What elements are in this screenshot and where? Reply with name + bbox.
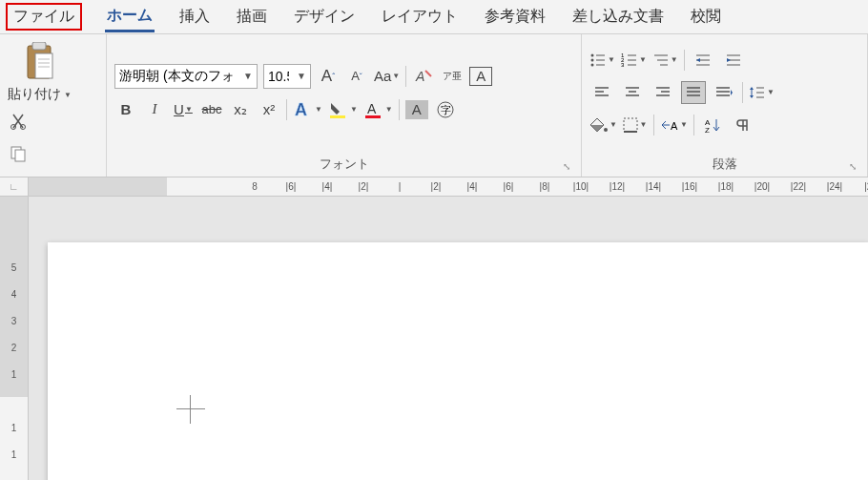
align-center-button[interactable] (620, 81, 645, 104)
text-effects-button[interactable]: A▼ (293, 98, 322, 121)
svg-text:A: A (415, 69, 424, 84)
svg-text:A: A (295, 100, 307, 119)
paste-icon[interactable] (20, 40, 58, 84)
document-canvas[interactable] (29, 197, 868, 480)
horizontal-ruler[interactable]: 8|6||4||2|||2||4||6||8||10||12||14||16||… (29, 177, 868, 197)
character-shading-button[interactable]: A (405, 100, 428, 119)
chevron-down-icon[interactable]: ▼ (239, 71, 257, 81)
group-font: ▼ ▼ Aˆ Aˇ Aa▼ A ア亜 A B I U▼ abc x₂ x² A▼… (107, 34, 582, 177)
ribbon: 貼り付け▼ クリップボード⤡ ▼ ▼ Aˆ Aˇ Aa▼ A ア亜 A (0, 34, 868, 177)
phonetic-guide-button[interactable]: ア亜 (441, 65, 464, 88)
tab-mailings[interactable]: 差し込み文書 (570, 3, 666, 31)
svg-text:字: 字 (441, 104, 451, 115)
borders-button[interactable]: ▼ (623, 114, 648, 136)
separator (286, 99, 287, 120)
svg-rect-1 (32, 42, 46, 50)
enclose-characters-button[interactable]: 字 (434, 98, 457, 121)
copy-icon[interactable] (8, 143, 29, 164)
chevron-down-icon[interactable]: ▼ (293, 71, 310, 81)
distributed-button[interactable] (712, 81, 736, 104)
character-border-button[interactable]: A (469, 67, 492, 86)
chevron-down-icon: ▼ (64, 91, 72, 99)
shrink-font-button[interactable]: Aˇ (345, 65, 368, 88)
dialog-launcher-icon[interactable]: ⤡ (560, 159, 573, 173)
separator (399, 99, 400, 120)
justify-button[interactable] (681, 81, 706, 104)
bold-button[interactable]: B (114, 98, 137, 121)
group-paragraph: ▼ 123▼ ▼ ▼ ▼ ▼ A▼ (582, 34, 868, 177)
change-case-button[interactable]: Aa▼ (374, 65, 400, 88)
bullets-button[interactable]: ▼ (589, 49, 615, 72)
group-label-font: フォント⤡ (114, 154, 573, 175)
tab-draw[interactable]: 描画 (235, 3, 269, 31)
ruler-corner[interactable]: ∟ (0, 177, 29, 197)
separator (405, 66, 406, 87)
tab-references[interactable]: 参考資料 (483, 3, 548, 31)
tab-review[interactable]: 校閲 (689, 3, 723, 31)
tab-layout[interactable]: レイアウト (380, 3, 460, 31)
paste-label: 貼り付け (8, 86, 61, 103)
group-clipboard: 貼り付け▼ クリップボード⤡ (0, 34, 107, 177)
grow-font-button[interactable]: Aˆ (317, 65, 340, 88)
svg-text:A: A (671, 120, 678, 132)
subscript-button[interactable]: x₂ (229, 98, 252, 121)
separator (653, 115, 654, 136)
tab-file[interactable]: ファイル (6, 3, 82, 31)
svg-text:A: A (367, 101, 377, 116)
svg-rect-13 (330, 115, 345, 118)
text-cursor (176, 395, 205, 424)
separator (693, 115, 694, 136)
separator (684, 50, 685, 71)
svg-point-18 (591, 53, 594, 56)
italic-button[interactable]: I (143, 98, 166, 121)
tab-home[interactable]: ホーム (105, 2, 155, 32)
svg-rect-59 (624, 118, 637, 132)
svg-text:Z: Z (705, 126, 710, 133)
tab-design[interactable]: デザイン (292, 3, 357, 31)
svg-point-58 (604, 128, 608, 132)
align-right-button[interactable] (651, 81, 675, 104)
align-left-button[interactable] (589, 81, 614, 104)
cut-icon[interactable] (8, 111, 29, 132)
show-marks-button[interactable] (731, 114, 755, 136)
svg-rect-15 (365, 115, 381, 118)
text-direction-button[interactable]: A▼ (660, 114, 688, 136)
tab-bar: ファイル ホーム 挿入 描画 デザイン レイアウト 参考資料 差し込み文書 校閲 (0, 0, 868, 34)
font-name-combo[interactable]: ▼ (114, 64, 258, 89)
clear-formatting-button[interactable]: A (412, 65, 435, 88)
underline-button[interactable]: U▼ (172, 98, 195, 121)
vertical-ruler[interactable]: 54321112 (0, 197, 29, 480)
font-size-combo[interactable]: ▼ (263, 64, 311, 89)
line-spacing-button[interactable]: ▼ (749, 81, 775, 104)
strikethrough-button[interactable]: abc (200, 98, 223, 121)
multilevel-list-button[interactable]: ▼ (652, 49, 678, 72)
numbering-button[interactable]: 123▼ (621, 49, 647, 72)
highlight-button[interactable]: ▼ (328, 98, 358, 121)
increase-indent-button[interactable] (721, 49, 746, 72)
document-area: ∟ 8|6||4||2|||2||4||6||8||10||12||14||16… (0, 177, 868, 480)
svg-rect-2 (35, 53, 52, 78)
shading-button[interactable]: ▼ (589, 114, 617, 136)
svg-text:3: 3 (621, 62, 625, 68)
tab-insert[interactable]: 挿入 (177, 3, 212, 31)
page[interactable] (48, 242, 868, 480)
svg-point-22 (591, 63, 594, 66)
group-label-paragraph: 段落⤡ (589, 154, 859, 175)
decrease-indent-button[interactable] (691, 49, 715, 72)
superscript-button[interactable]: x² (258, 98, 280, 121)
separator (742, 82, 743, 103)
font-name-input[interactable] (115, 65, 239, 88)
sort-button[interactable]: AZ (700, 114, 725, 136)
svg-point-20 (591, 58, 594, 61)
svg-rect-9 (15, 150, 25, 161)
paste-button[interactable]: 貼り付け▼ (8, 86, 72, 103)
font-color-button[interactable]: A▼ (363, 98, 393, 121)
dialog-launcher-icon[interactable]: ⤡ (846, 159, 859, 173)
font-size-input[interactable] (264, 65, 293, 88)
